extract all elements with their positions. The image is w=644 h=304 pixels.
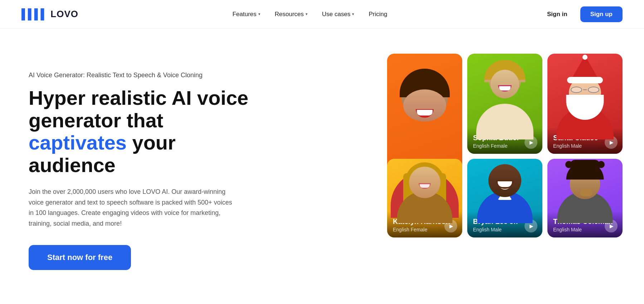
hero-description: Join the over 2,000,000 users who love L…	[29, 187, 236, 229]
cta-button[interactable]: Start now for free	[29, 245, 131, 270]
nav-actions: Sign in Sign up	[541, 6, 623, 22]
hero-subtitle: AI Voice Generator: Realistic Text to Sp…	[29, 72, 250, 79]
chevron-down-icon: ▾	[258, 12, 260, 16]
voice-grid-container: Chloe Woods English Female ▶ Sophia But	[272, 50, 623, 237]
hero-text: AI Voice Generator: Realistic Text to Sp…	[29, 50, 250, 270]
nav-features[interactable]: Features ▾	[233, 11, 260, 18]
sign-in-button[interactable]: Sign in	[541, 8, 573, 21]
voice-card-sophia[interactable]: Sophia Butler English Female ▶	[467, 54, 542, 154]
logo[interactable]: ▌▌▌▌ LOVO	[21, 9, 78, 20]
play-icon: ▶	[449, 223, 453, 229]
nav-links: Features ▾ Resources ▾ Use cases ▾ Prici…	[233, 11, 387, 18]
logo-text: LOVO	[50, 9, 78, 20]
hero-headline: Hyper realistic AI voice generator that …	[29, 87, 250, 177]
navbar: ▌▌▌▌ LOVO Features ▾ Resources ▾ Use cas…	[0, 0, 644, 29]
voice-card-santa[interactable]: Santa Clause English Male ▶	[547, 54, 623, 154]
chevron-down-icon: ▾	[306, 12, 308, 16]
sign-up-button[interactable]: Sign up	[580, 6, 623, 22]
play-icon: ▶	[610, 139, 614, 145]
main-content: AI Voice Generator: Realistic Text to Sp…	[0, 29, 644, 304]
nav-resources[interactable]: Resources ▾	[275, 11, 308, 18]
logo-icon: ▌▌▌▌	[21, 9, 47, 20]
nav-pricing[interactable]: Pricing	[369, 11, 387, 18]
play-icon: ▶	[530, 139, 533, 145]
voice-card-thomas[interactable]: Thomas Coleman English Male ▶	[547, 159, 623, 237]
voice-card-bryan[interactable]: Bryan Lee Jr. English Male ▶	[467, 159, 542, 237]
play-icon: ▶	[610, 223, 614, 229]
chevron-down-icon: ▾	[352, 12, 354, 16]
nav-use-cases[interactable]: Use cases ▾	[322, 11, 354, 18]
voice-grid: Chloe Woods English Female ▶ Sophia But	[387, 54, 623, 237]
play-icon: ▶	[530, 223, 533, 229]
